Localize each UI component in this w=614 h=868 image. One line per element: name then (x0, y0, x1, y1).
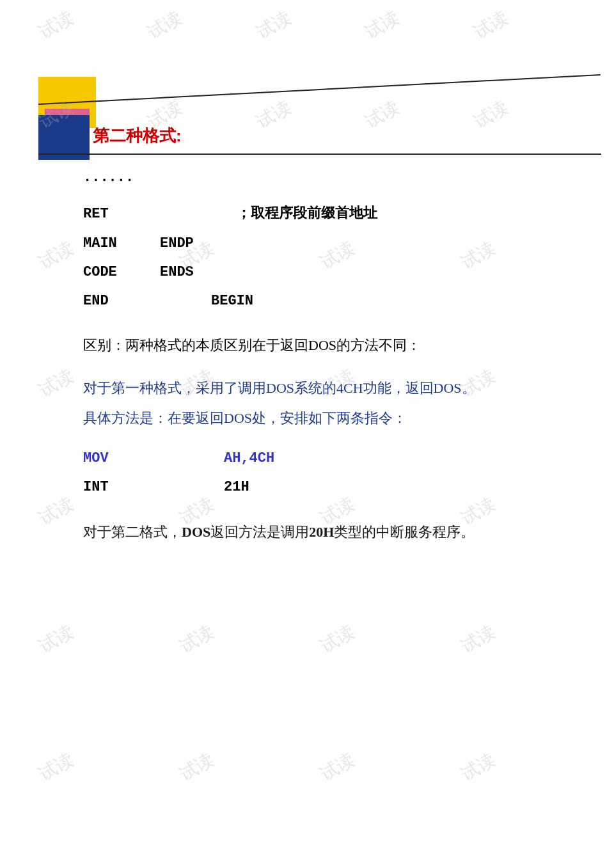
first-format-line1: 对于第一种格式，采用了调用DOS系统的4CH功能，返回DOS。 (83, 377, 582, 398)
watermark-4: 试读 (361, 6, 404, 45)
watermark-5: 试读 (469, 6, 512, 45)
title-underline (38, 154, 601, 155)
ret-keyword: RET (83, 206, 160, 222)
code-keyword: CODE (83, 264, 160, 280)
watermark-28: 试读 (175, 748, 218, 787)
mov-operand: AH,4CH (224, 450, 274, 466)
watermark-29: 试读 (316, 748, 359, 787)
watermark-26: 试读 (457, 620, 500, 659)
main-keyword: MAIN (83, 235, 160, 251)
begin-keyword: BEGIN (211, 293, 262, 309)
watermark-25: 试读 (316, 620, 359, 659)
distinction-line: 区别：两种格式的本质区别在于返回DOS的方法不同： (83, 335, 582, 356)
second-format-line: 对于第二格式，DOS返回方法是调用20H类型的中断服务程序。 (83, 521, 582, 543)
decorative-blocks (38, 77, 141, 166)
gap-1 (83, 322, 582, 335)
watermark-2: 试读 (143, 6, 186, 45)
watermark-23: 试读 (35, 620, 77, 659)
watermark-30: 试读 (457, 748, 500, 787)
gap-3 (83, 438, 582, 450)
code-line-main-endp: MAIN ENDP (83, 235, 582, 251)
ret-comment: ；取程序段前缀首地址 (237, 203, 377, 223)
watermark-11: 试读 (35, 236, 77, 275)
code-line-ret: RET ；取程序段前缀首地址 (83, 203, 582, 223)
watermark-10: 试读 (469, 95, 512, 134)
ellipsis-text: ...... (83, 170, 582, 185)
int-keyword: INT (83, 479, 160, 495)
int-operand: 21H (224, 479, 249, 495)
code-line-code-ends: CODE ENDS (83, 264, 582, 280)
watermark-19: 试读 (35, 492, 77, 531)
end-keyword: END (83, 293, 160, 309)
watermark-3: 试读 (252, 6, 295, 45)
code-line-mov: MOV AH,4CH (83, 450, 582, 466)
watermark-27: 试读 (35, 748, 77, 787)
20h-bold: 20H (309, 524, 334, 540)
code-line-end-begin: END BEGIN (83, 293, 582, 309)
endp-keyword: ENDP (160, 235, 211, 251)
dos-bold: DOS (182, 524, 210, 540)
watermark-9: 试读 (361, 95, 404, 134)
watermark-24: 试读 (175, 620, 218, 659)
mov-keyword: MOV (83, 450, 160, 466)
first-format-line2: 具体方法是：在要返回DOS处，安排如下两条指令： (83, 407, 582, 429)
gap-2 (83, 365, 582, 377)
code-line-int: INT 21H (83, 479, 582, 495)
watermark-1: 试读 (35, 6, 77, 45)
ends-keyword: ENDS (160, 264, 211, 280)
watermark-8: 试读 (252, 95, 295, 134)
watermark-15: 试读 (35, 364, 77, 403)
gap-4 (83, 508, 582, 521)
main-content: ...... RET ；取程序段前缀首地址 MAIN ENDP CODE END… (83, 170, 582, 552)
section-title: 第二种格式: (93, 125, 182, 147)
